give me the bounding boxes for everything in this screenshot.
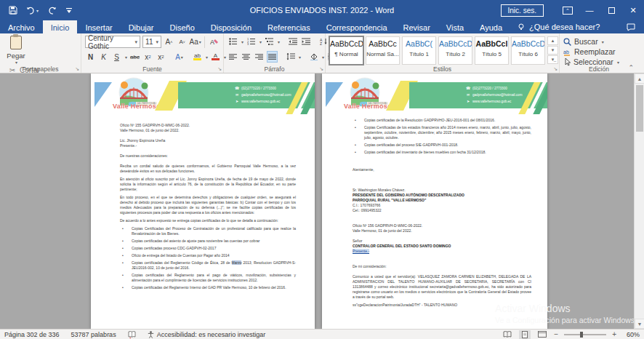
sign-in-button[interactable]: Inic. ses. <box>501 4 544 17</box>
undo-icon[interactable]: ▾ <box>26 7 39 15</box>
font-color-button[interactable]: A <box>210 51 221 63</box>
vertical-scrollbar[interactable]: ▲ ▼ <box>634 73 644 329</box>
grow-font-button[interactable]: A˄ <box>164 36 174 48</box>
tell-me-label: ¿Qué desea hacer? <box>529 23 600 31</box>
ribbon-display-options-icon[interactable]: ⌃ <box>557 0 579 20</box>
status-bar: Página 302 de 336 53787 palabras Accesib… <box>0 329 644 339</box>
document-area[interactable]: Valle Hermoso GAD PARROQUIAL ☎(02)277322… <box>0 73 644 329</box>
proofing-status-icon[interactable] <box>128 331 136 338</box>
scrollbar-thumb[interactable] <box>636 85 643 132</box>
multilevel-list-icon[interactable] <box>264 36 275 47</box>
strikethrough-button[interactable]: abc <box>129 51 140 63</box>
tab-correspondencia[interactable]: Correspondencia <box>318 20 395 33</box>
highlight-color-button[interactable]: ab <box>192 51 203 63</box>
tab-archivo[interactable]: Archivo <box>0 20 43 33</box>
tab-ayuda[interactable]: Ayuda <box>472 20 510 33</box>
tab-inicio[interactable]: Inicio <box>43 20 78 33</box>
scroll-down-icon[interactable]: ▼ <box>635 319 644 329</box>
style-t-tulo-6[interactable]: AaBbCcDcTítulo 6 <box>511 36 545 65</box>
align-left-icon[interactable] <box>228 51 238 63</box>
bullet-item: •Copias Certificadas del Proceso de Cont… <box>120 226 296 236</box>
style--normal[interactable]: AaBbCcD¶ Normal <box>329 36 363 65</box>
highlight-dropdown-icon[interactable]: ▾ <box>206 55 208 60</box>
styles-dialog-launcher-icon[interactable]: ↘ <box>553 66 558 72</box>
font-size-select[interactable]: 11▾ <box>142 36 161 48</box>
page-indicator[interactable]: Página 302 de 336 <box>4 331 60 338</box>
clear-formatting-icon[interactable]: A <box>209 36 220 48</box>
document-page-1[interactable]: Valle Hermoso GAD PARROQUIAL ☎(02)277322… <box>91 73 315 329</box>
page-2-text[interactable]: •Copias certificadas de la Resolución GA… <box>322 113 547 308</box>
justify-icon[interactable] <box>267 51 278 63</box>
tab-diseño[interactable]: Diseño <box>162 20 203 33</box>
bullet-dot: • <box>120 226 132 236</box>
superscript-button[interactable]: x2 <box>156 51 166 63</box>
word-count[interactable]: 53787 palabras <box>71 331 116 338</box>
bullet-text: Copias certificadas del inventario de bi… <box>364 150 531 155</box>
numbering-icon[interactable]: 123 <box>246 36 257 47</box>
zoom-out-icon[interactable]: − <box>554 330 558 338</box>
save-icon[interactable] <box>9 6 17 15</box>
styles-down-icon[interactable]: ▼ <box>547 46 558 55</box>
paste-dropdown-icon[interactable]: ▾ <box>4 60 28 65</box>
underline-dropdown-icon[interactable]: ▾ <box>125 55 127 60</box>
clipboard-dialog-launcher-icon[interactable]: ↘ <box>75 66 79 72</box>
italic-button[interactable]: K <box>98 51 109 63</box>
decrease-indent-icon[interactable] <box>287 36 298 47</box>
document-page-2[interactable]: Valle Hermoso GAD PARROQUIAL ☎(02)277322… <box>322 73 547 329</box>
subscript-button[interactable]: x2 <box>142 51 153 63</box>
tab-revisar[interactable]: Revisar <box>395 20 438 33</box>
underline-button[interactable]: S <box>111 51 122 63</box>
org-subtitle: GAD PARROQUIAL <box>136 102 157 105</box>
bold-button[interactable]: N <box>85 51 96 63</box>
paste-button[interactable]: Pegar ▾ <box>4 36 28 65</box>
tab-referencias[interactable]: Referencias <box>259 20 318 33</box>
print-layout-icon[interactable] <box>519 330 531 339</box>
blank-line <box>353 234 531 239</box>
find-button[interactable]: Buscar▾ <box>563 37 635 46</box>
zoom-slider-thumb[interactable] <box>580 332 583 338</box>
align-center-icon[interactable] <box>241 51 251 63</box>
redo-icon[interactable] <box>47 7 57 15</box>
styles-up-icon[interactable]: ▲ <box>547 36 558 45</box>
change-case-button[interactable]: Aa▾ <box>190 36 201 48</box>
zoom-in-icon[interactable]: + <box>612 330 616 338</box>
styles-more-icon[interactable]: ▼̲ <box>547 55 558 64</box>
scroll-up-icon[interactable]: ▲ <box>635 73 644 84</box>
read-mode-icon[interactable] <box>502 330 513 339</box>
style-t-tulo-1[interactable]: AaBbC(Título 1 <box>402 36 436 65</box>
style-normal-sa-[interactable]: AaBbCcNormal Sa... <box>366 36 400 65</box>
restore-icon[interactable] <box>600 0 622 20</box>
accessibility-status[interactable]: Accesibilidad: es necesario investigar <box>148 331 266 338</box>
shading-icon[interactable] <box>308 51 319 63</box>
paragraph-dialog-launcher-icon[interactable]: ↘ <box>319 66 323 72</box>
text-effects-icon[interactable]: A▾ <box>174 51 185 63</box>
minimize-icon[interactable]: — <box>579 0 600 20</box>
select-arrow-icon <box>563 58 571 66</box>
tab-disposición[interactable]: Disposición <box>203 20 259 33</box>
page-1-text[interactable]: Oficio Nº 155 GADPRVH-D-WMC-06-2022.Vall… <box>91 113 315 290</box>
increase-indent-icon[interactable] <box>300 36 311 47</box>
web-layout-icon[interactable] <box>536 330 548 339</box>
svg-text:Z: Z <box>320 41 322 45</box>
tab-dibujar[interactable]: Dibujar <box>121 20 162 33</box>
zoom-level[interactable]: 60% <box>622 331 640 338</box>
line-spacing-icon[interactable] <box>285 51 296 63</box>
bullets-icon[interactable] <box>228 36 238 47</box>
close-icon[interactable]: ✕ <box>622 0 644 20</box>
text-line: Presente.- <box>353 249 531 254</box>
tab-insertar[interactable]: Insertar <box>77 20 120 33</box>
align-right-icon[interactable] <box>254 51 265 63</box>
style-t-tulo-5[interactable]: AaBbCcITítulo 5 <box>475 36 509 65</box>
style-t-tulo-2[interactable]: AaBbCcDTítulo 2 <box>438 36 472 65</box>
group-editing: Buscar▾ ab Reemplazar Seleccionar▾ Edici… <box>560 33 638 73</box>
tab-vista[interactable]: Vista <box>438 20 472 33</box>
customize-qat-icon[interactable] <box>65 7 73 14</box>
font-family-select[interactable]: Century Gothic▾ <box>85 36 140 48</box>
zoom-slider[interactable] <box>564 334 606 335</box>
replace-button[interactable]: ab Reemplazar <box>563 47 635 56</box>
tell-me-search[interactable]: ¿Qué desea hacer? <box>510 20 607 33</box>
feedback-icon[interactable] <box>618 20 644 33</box>
collapse-ribbon-icon[interactable]: ⌃ <box>628 64 634 71</box>
font-dialog-launcher-icon[interactable]: ↘ <box>217 66 222 72</box>
shrink-font-button[interactable]: A˅ <box>177 36 188 48</box>
